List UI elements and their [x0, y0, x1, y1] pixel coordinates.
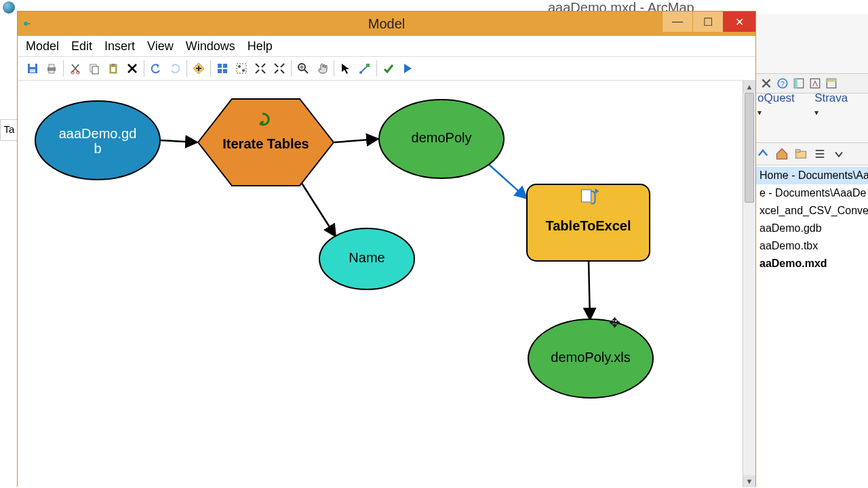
svg-point-9: [24, 22, 28, 26]
svg-rect-20: [92, 66, 98, 74]
scroll-thumb[interactable]: [745, 93, 754, 203]
menu-edit[interactable]: Edit: [71, 39, 92, 54]
catalog-item[interactable]: Home - Documents\Aaa: [755, 167, 868, 184]
svg-point-34: [35, 101, 160, 180]
panel2-icon[interactable]: [809, 77, 821, 89]
svg-rect-8: [796, 150, 800, 152]
pan-icon[interactable]: [313, 59, 332, 78]
catalog-item[interactable]: e - Documents\AaaDe: [755, 184, 868, 202]
arcmap-app-icon: [3, 1, 15, 14]
svg-rect-23: [111, 67, 115, 72]
svg-rect-26: [218, 69, 222, 73]
menu-help[interactable]: Help: [248, 39, 273, 54]
catalog-item[interactable]: aaDemo.mxd: [755, 255, 868, 272]
svg-rect-25: [223, 64, 227, 68]
node-tool[interactable]: TableToExcel: [527, 184, 650, 261]
select-icon[interactable]: [336, 59, 355, 78]
copy-icon[interactable]: [85, 59, 104, 78]
svg-point-41: [319, 228, 414, 289]
svg-rect-12: [30, 64, 35, 67]
node-output[interactable]: demoPoly.xls: [528, 319, 653, 398]
redo-icon[interactable]: [165, 59, 184, 78]
modelbuilder-icon: [23, 18, 35, 30]
svg-marker-37: [198, 99, 334, 186]
catalog-item[interactable]: xcel_and_CSV_Convers: [755, 202, 868, 220]
cut-icon[interactable]: [66, 59, 85, 78]
svg-point-30: [242, 69, 245, 72]
node-input[interactable]: aaaDemo.gdb: [35, 101, 160, 180]
collapse-icon[interactable]: [251, 59, 270, 78]
model-window: Model — ☐ ✕ Model Edit Insert View Windo…: [17, 11, 756, 487]
close-icon[interactable]: [760, 77, 772, 89]
connector[interactable]: [488, 163, 527, 199]
left-tab-stub[interactable]: Ta: [0, 119, 18, 141]
connector[interactable]: [334, 139, 378, 142]
menu-model[interactable]: Model: [26, 39, 59, 54]
minimize-button[interactable]: —: [662, 12, 692, 32]
svg-point-39: [379, 100, 504, 178]
home-icon[interactable]: [775, 147, 789, 161]
panel1-icon[interactable]: [793, 77, 805, 89]
model-canvas[interactable]: aaaDemo.gdbIterate TablesdemoPolyNameTab…: [18, 81, 743, 487]
menu-insert[interactable]: Insert: [104, 39, 135, 54]
dropdown-icon[interactable]: [832, 147, 846, 161]
paste-icon[interactable]: [104, 59, 123, 78]
connector[interactable]: [589, 261, 590, 320]
layout-grid-icon[interactable]: [213, 59, 232, 78]
connector[interactable]: [299, 179, 336, 237]
connect-folder-icon[interactable]: [794, 147, 808, 161]
scroll-up-icon[interactable]: ▲: [743, 81, 755, 93]
menubar: Model Edit Insert View Windows Help: [18, 36, 755, 57]
help-icon[interactable]: ?: [776, 77, 789, 89]
svg-point-29: [238, 65, 241, 68]
up-icon[interactable]: [756, 147, 770, 161]
svg-rect-10: [31, 22, 35, 26]
model-diagram: aaaDemo.gdbIterate TablesdemoPolyNameTab…: [18, 81, 743, 487]
link-oquest[interactable]: oQuest ▾: [757, 92, 809, 119]
svg-rect-22: [112, 64, 115, 66]
svg-rect-6: [827, 79, 836, 82]
close-button[interactable]: ✕: [723, 12, 755, 32]
model-title: Model: [18, 16, 755, 32]
svg-rect-15: [49, 64, 54, 68]
svg-rect-32: [366, 64, 370, 67]
script-scroll-icon: [582, 190, 591, 202]
basemap-links: oQuest ▾ Strava ▾: [755, 95, 868, 115]
link-strava[interactable]: Strava ▾: [814, 92, 863, 119]
run-icon[interactable]: [398, 59, 417, 78]
catalog-toolbar: [755, 142, 868, 165]
print-icon[interactable]: [42, 59, 61, 78]
delete-icon[interactable]: [123, 59, 142, 78]
vertical-scrollbar[interactable]: ▲ ▼: [743, 81, 755, 487]
node-demopoly[interactable]: demoPoly: [379, 100, 504, 178]
catalog-tree[interactable]: Home - Documents\Aaa e - Documents\AaaDe…: [755, 165, 868, 488]
scroll-down-icon[interactable]: ▼: [743, 475, 755, 487]
connect-icon[interactable]: [355, 59, 374, 78]
svg-rect-16: [49, 70, 54, 73]
save-icon[interactable]: [23, 59, 42, 78]
arcmap-small-toolbar: ?: [755, 73, 868, 94]
undo-icon[interactable]: [146, 59, 165, 78]
catalog-item[interactable]: aaDemo.tbx: [755, 237, 868, 255]
add-data-icon[interactable]: [189, 59, 208, 78]
menu-windows[interactable]: Windows: [186, 39, 235, 54]
svg-rect-3: [794, 79, 797, 88]
expand-icon[interactable]: [270, 59, 289, 78]
svg-rect-24: [218, 64, 222, 68]
catalog-item[interactable]: aaDemo.gdb: [755, 220, 868, 237]
svg-rect-27: [223, 69, 227, 73]
svg-point-33: [359, 71, 362, 74]
node-iterate[interactable]: Iterate Tables: [198, 99, 334, 186]
panel3-icon[interactable]: [825, 77, 837, 89]
auto-layout-icon[interactable]: [232, 59, 251, 78]
zoom-in-icon[interactable]: [294, 59, 313, 78]
node-name[interactable]: Name: [319, 228, 414, 289]
svg-text:?: ?: [781, 80, 785, 88]
validate-icon[interactable]: [379, 59, 398, 78]
menu-view[interactable]: View: [147, 39, 174, 54]
connector[interactable]: [160, 140, 197, 142]
maximize-button[interactable]: ☐: [692, 12, 723, 32]
model-titlebar[interactable]: Model — ☐ ✕: [18, 12, 755, 36]
list-icon[interactable]: [813, 147, 827, 161]
svg-rect-28: [237, 64, 246, 73]
